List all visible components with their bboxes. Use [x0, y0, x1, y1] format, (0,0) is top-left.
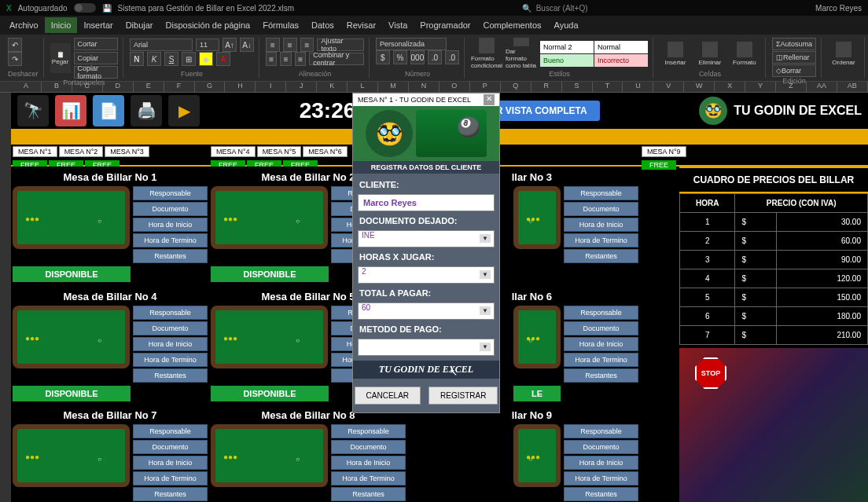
sort-button[interactable]: Ordenar [828, 38, 859, 69]
mesa-1-hora_inicio[interactable]: Hora de Inicio [133, 218, 208, 232]
save-icon[interactable]: 💾 [102, 4, 112, 13]
mesa-tab-4[interactable]: MESA N°4 [211, 146, 256, 157]
mesa-1-responsable[interactable]: Responsable [133, 186, 208, 200]
search-placeholder[interactable]: Buscar (Alt+Q) [536, 4, 588, 13]
mesa-3-documento[interactable]: Documento [564, 202, 638, 216]
col-F[interactable]: F [164, 82, 195, 92]
menu-dibujar[interactable]: Dibujar [120, 17, 160, 33]
autosum-button[interactable]: Σ Autosuma [772, 38, 816, 50]
mesa-tab-5[interactable]: MESA N°5 [257, 146, 302, 157]
menu-ayuda[interactable]: Ayuda [548, 17, 585, 33]
col-C[interactable]: C [72, 82, 103, 92]
mesa-4-responsable[interactable]: Responsable [133, 306, 208, 320]
mesa-6-documento[interactable]: Documento [564, 321, 638, 335]
insert-cells-button[interactable]: Insertar [660, 38, 691, 69]
mesa-4-hora_inicio[interactable]: Hora de Inicio [133, 337, 208, 351]
col-Z[interactable]: Z [776, 82, 807, 92]
col-I[interactable]: I [256, 82, 286, 92]
col-AA[interactable]: AA [807, 82, 837, 92]
col-M[interactable]: M [378, 82, 409, 92]
mesa-6-hora_inicio[interactable]: Hora de Inicio [564, 337, 638, 351]
format-table-button[interactable]: Dar formato como tabla [506, 38, 537, 69]
decrease-font-icon[interactable]: A↓ [240, 38, 254, 52]
menu-archivo[interactable]: Archivo [3, 17, 45, 33]
mesa-1-restantes[interactable]: Restantes [133, 249, 208, 263]
mesa-tab-3[interactable]: MESA N°3 [105, 146, 149, 157]
italic-icon[interactable]: K [147, 52, 161, 66]
mesa-9-restantes[interactable]: Restantes [564, 487, 638, 501]
mesa-tab-1[interactable]: MESA N°1 [13, 146, 57, 157]
user-name[interactable]: Marco Reyes [815, 4, 862, 13]
align-right-icon[interactable]: ≡ [295, 52, 306, 66]
col-B[interactable]: B [42, 82, 72, 92]
mesa-4-restantes[interactable]: Restantes [133, 368, 208, 383]
menu-inicio[interactable]: Inicio [45, 17, 78, 33]
mesa-3-restantes[interactable]: Restantes [564, 249, 638, 263]
menu-formulas[interactable]: Fórmulas [256, 17, 305, 33]
font-size-select[interactable]: 11 [196, 38, 219, 51]
copy-button[interactable]: Copiar [74, 52, 118, 64]
autosave-toggle[interactable] [74, 3, 96, 13]
fill-button[interactable]: ◫ Rellenar [772, 51, 816, 64]
modal-close-button[interactable]: ✕ [484, 94, 495, 105]
printer-icon[interactable]: 🖨️ [131, 95, 162, 126]
col-P[interactable]: P [470, 82, 501, 92]
mesa-card-9[interactable]: llar No 9 ResponsableDocumentoHora de In… [407, 405, 640, 502]
col-AB[interactable]: AB [837, 82, 868, 92]
menu-disposicion[interactable]: Disposición de página [160, 17, 257, 33]
mesa-7-hora_termino[interactable]: Hora de Termino [133, 471, 208, 486]
mesa-tab-6[interactable]: MESA N°6 [303, 146, 348, 157]
format-cells-button[interactable]: Formato [729, 38, 760, 69]
mesa-6-hora_termino[interactable]: Hora de Termino [564, 353, 638, 367]
bold-icon[interactable]: N [130, 52, 144, 66]
font-color-icon[interactable]: A [216, 52, 230, 66]
align-middle-icon[interactable]: ≡ [283, 38, 297, 52]
style-bueno[interactable]: Bueno [540, 54, 594, 67]
mesa-8-hora_termino[interactable]: Hora de Termino [331, 471, 406, 486]
metodo-select[interactable] [358, 339, 495, 356]
menu-datos[interactable]: Datos [305, 17, 340, 33]
col-A[interactable]: A [11, 82, 42, 92]
col-E[interactable]: E [134, 82, 164, 92]
col-O[interactable]: O [440, 82, 470, 92]
clear-button[interactable]: ◇ Borrar [772, 64, 816, 77]
document-icon[interactable]: 📄 [93, 95, 124, 126]
delete-cells-button[interactable]: Eliminar [694, 38, 726, 69]
style-normal2[interactable]: Normal 2 [540, 41, 594, 53]
paste-button[interactable]: 📋Pegar [50, 43, 71, 73]
mesa-card-4[interactable]: Mesa de Billar No 4 ResponsableDocumento… [11, 286, 209, 405]
mesa-7-restantes[interactable]: Restantes [133, 487, 208, 501]
align-bottom-icon[interactable]: ≡ [300, 38, 314, 52]
increase-font-icon[interactable]: A↑ [223, 38, 237, 52]
mesa-3-hora_termino[interactable]: Hora de Termino [564, 233, 638, 247]
menu-insertar[interactable]: Insertar [77, 17, 119, 33]
mesa-9-documento[interactable]: Documento [564, 440, 638, 454]
mesa-9-hora_termino[interactable]: Hora de Termino [564, 471, 638, 486]
decrease-decimal-icon[interactable]: .0 [445, 50, 459, 64]
col-U[interactable]: U [623, 82, 653, 92]
align-top-icon[interactable]: ≡ [266, 38, 280, 52]
col-S[interactable]: S [562, 82, 593, 92]
col-Q[interactable]: Q [501, 82, 531, 92]
conditional-format-button[interactable]: Formato condicional [471, 38, 502, 69]
fill-color-icon[interactable]: ◆ [199, 52, 213, 66]
documento-select[interactable]: INE [358, 230, 495, 247]
play-icon[interactable]: ▶ [168, 95, 200, 126]
col-V[interactable]: V [653, 82, 684, 92]
cliente-input[interactable] [358, 194, 495, 211]
increase-decimal-icon[interactable]: .0 [428, 50, 442, 64]
wrap-text-button[interactable]: Ajustar texto [317, 38, 363, 51]
mesa-1-documento[interactable]: Documento [133, 202, 208, 216]
binoculars-icon[interactable]: 🔭 [17, 95, 49, 126]
mesa-6-restantes[interactable]: Restantes [564, 368, 638, 383]
mesa-card-8[interactable]: Mesa de Billar No 8 ResponsableDocumento… [209, 405, 407, 502]
currency-icon[interactable]: $ [376, 50, 390, 64]
col-T[interactable]: T [593, 82, 623, 92]
col-H[interactable]: H [225, 82, 256, 92]
mesa-7-documento[interactable]: Documento [133, 440, 208, 454]
col-X[interactable]: X [715, 82, 745, 92]
mesa-card-1[interactable]: Mesa de Billar No 1 ResponsableDocumento… [11, 167, 209, 286]
percent-icon[interactable]: % [393, 50, 407, 64]
mesa-7-responsable[interactable]: Responsable [133, 424, 208, 438]
register-button[interactable]: REGISTRAR [428, 387, 498, 405]
